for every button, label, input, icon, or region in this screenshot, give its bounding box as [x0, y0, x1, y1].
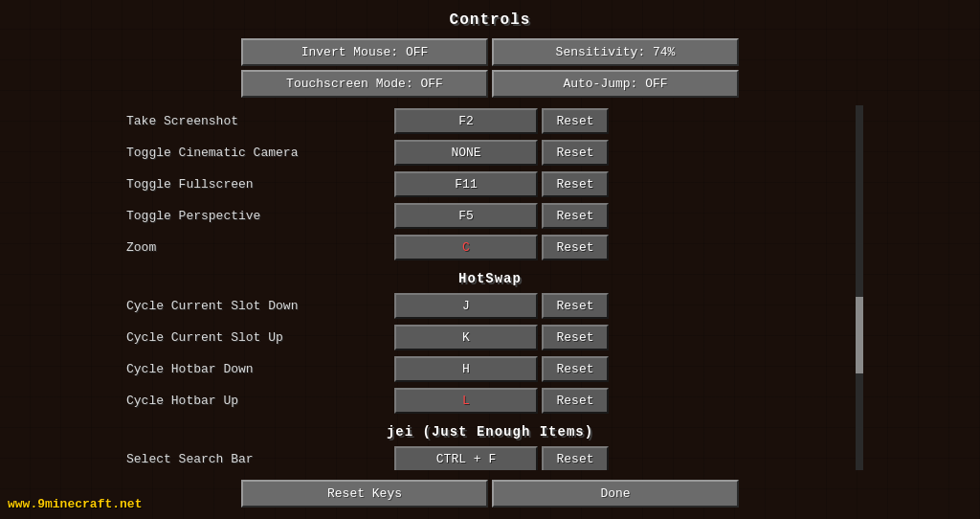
cinematic-label: Toggle Cinematic Camera	[117, 146, 394, 160]
top-buttons-area: Invert Mouse: OFF Sensitivity: 74% Touch…	[241, 38, 739, 98]
zoom-reset[interactable]: Reset	[542, 235, 609, 260]
auto-jump-button[interactable]: Auto-Jump: OFF	[492, 70, 739, 98]
keybind-row-fullscreen: Toggle Fullscreen F11 Reset	[117, 169, 863, 200]
keybind-row-cycle-hotbar-down: Cycle Hotbar Down H Reset	[117, 353, 863, 385]
cinematic-reset[interactable]: Reset	[542, 140, 609, 166]
top-row-1: Invert Mouse: OFF Sensitivity: 74%	[241, 38, 739, 66]
sensitivity-button[interactable]: Sensitivity: 74%	[492, 38, 739, 66]
keybind-row-cycle-hotbar-up: Cycle Hotbar Up L Reset	[117, 385, 863, 417]
cycle-slot-up-key[interactable]: K	[394, 325, 538, 350]
cycle-slot-down-reset[interactable]: Reset	[542, 293, 609, 319]
hotswap-header: HotSwap	[117, 263, 863, 290]
cycle-hotbar-down-reset[interactable]: Reset	[542, 356, 609, 382]
cycle-hotbar-up-reset[interactable]: Reset	[542, 388, 609, 414]
perspective-label: Toggle Perspective	[117, 209, 394, 223]
keybind-row-cinematic: Toggle Cinematic Camera NONE Reset	[117, 137, 863, 169]
perspective-reset[interactable]: Reset	[542, 203, 609, 229]
scrollbar-thumb[interactable]	[856, 297, 863, 373]
done-button[interactable]: Done	[492, 480, 739, 508]
page-title: Controls	[450, 11, 531, 29]
keybind-row-perspective: Toggle Perspective F5 Reset	[117, 200, 863, 232]
bottom-buttons: Reset Keys Done	[241, 480, 739, 508]
take-screenshot-key[interactable]: F2	[394, 108, 538, 134]
keybind-row-zoom: Zoom C Reset	[117, 232, 863, 263]
perspective-key[interactable]: F5	[394, 203, 538, 229]
zoom-label: Zoom	[117, 240, 394, 255]
cycle-hotbar-down-label: Cycle Hotbar Down	[117, 362, 394, 376]
keybinds-area: Take Screenshot F2 Reset Toggle Cinemati…	[117, 105, 863, 470]
take-screenshot-reset[interactable]: Reset	[542, 108, 609, 134]
cycle-slot-up-reset[interactable]: Reset	[542, 325, 609, 350]
watermark: www.9minecraft.net	[8, 497, 142, 511]
keybind-row-take-screenshot: Take Screenshot F2 Reset	[117, 105, 863, 137]
scrollbar[interactable]	[856, 105, 863, 470]
invert-mouse-button[interactable]: Invert Mouse: OFF	[241, 38, 488, 66]
fullscreen-reset[interactable]: Reset	[542, 171, 609, 197]
take-screenshot-label: Take Screenshot	[117, 114, 394, 128]
fullscreen-label: Toggle Fullscreen	[117, 177, 394, 192]
cycle-hotbar-up-key[interactable]: L	[394, 388, 538, 414]
watermark-text: www.9minecraft.net	[8, 497, 142, 511]
keybind-row-cycle-slot-up: Cycle Current Slot Up K Reset	[117, 322, 863, 353]
zoom-key[interactable]: C	[394, 235, 538, 260]
keybind-row-search-bar: Select Search Bar CTRL + F Reset	[117, 443, 863, 470]
keybinds-inner: Take Screenshot F2 Reset Toggle Cinemati…	[117, 105, 863, 470]
search-bar-reset[interactable]: Reset	[542, 446, 609, 470]
top-row-2: Touchscreen Mode: OFF Auto-Jump: OFF	[241, 70, 739, 98]
reset-keys-button[interactable]: Reset Keys	[241, 480, 488, 508]
fullscreen-key[interactable]: F11	[394, 171, 538, 197]
touchscreen-button[interactable]: Touchscreen Mode: OFF	[241, 70, 488, 98]
cycle-slot-up-label: Cycle Current Slot Up	[117, 330, 394, 345]
jei-header: jei (Just Enough Items)	[117, 417, 863, 443]
search-bar-key[interactable]: CTRL + F	[394, 446, 538, 470]
cycle-slot-down-key[interactable]: J	[394, 293, 538, 319]
keybind-row-cycle-slot-down: Cycle Current Slot Down J Reset	[117, 290, 863, 322]
main-container: Controls Invert Mouse: OFF Sensitivity: …	[0, 0, 980, 519]
cinematic-key[interactable]: NONE	[394, 140, 538, 166]
cycle-hotbar-down-key[interactable]: H	[394, 356, 538, 382]
cycle-slot-down-label: Cycle Current Slot Down	[117, 299, 394, 313]
cycle-hotbar-up-label: Cycle Hotbar Up	[117, 394, 394, 408]
search-bar-label: Select Search Bar	[117, 452, 394, 466]
